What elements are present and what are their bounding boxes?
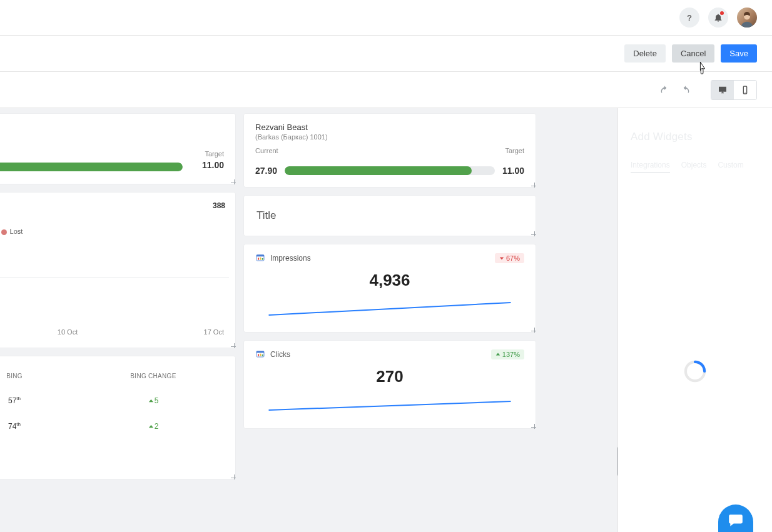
resize-handle-icon[interactable] <box>530 230 536 236</box>
add-widgets-title: Add Widgets <box>631 131 759 143</box>
x-tick: 10 Oct <box>58 328 78 336</box>
left-column: I) Target 11.00 Links 388 New Lost <box>0 114 235 488</box>
avatar-person-icon <box>738 10 756 28</box>
google-search-console-icon <box>255 349 265 359</box>
desktop-icon <box>718 85 728 95</box>
undo-icon[interactable] <box>659 85 669 95</box>
undo-redo-group <box>659 85 691 95</box>
resize-handle-icon[interactable] <box>530 181 536 188</box>
svg-rect-5 <box>258 258 259 259</box>
gauge-left-target-value: 11.00 <box>202 160 224 170</box>
chat-icon <box>728 512 744 528</box>
help-icon[interactable]: ? <box>679 8 699 28</box>
editor-toolbar <box>0 72 772 108</box>
gauge-left-target-label: Target <box>205 150 224 158</box>
resize-handle-icon[interactable] <box>230 178 236 184</box>
dashboard-canvas[interactable]: I) Target 11.00 Links 388 New Lost <box>0 108 617 532</box>
clicks-widget[interactable]: Clicks 137% 270 <box>244 341 536 428</box>
device-toggle <box>711 80 757 100</box>
th-bing: BING <box>0 373 84 379</box>
progress-bar <box>0 163 183 171</box>
top-header: ? <box>0 0 772 36</box>
triangle-up-icon <box>495 352 500 357</box>
help-glyph: ? <box>687 13 692 23</box>
delete-button[interactable]: Delete <box>624 44 666 63</box>
clicks-label: Clicks <box>270 350 290 359</box>
impressions-label: Impressions <box>270 254 311 263</box>
impressions-value: 4,936 <box>255 271 524 290</box>
svg-rect-4 <box>256 255 264 257</box>
resize-handle-icon[interactable] <box>230 342 236 348</box>
tab-custom[interactable]: Custom <box>718 161 743 173</box>
impressions-change-value: 67% <box>506 254 520 262</box>
redo-icon[interactable] <box>681 85 691 95</box>
svg-rect-11 <box>258 354 259 356</box>
action-bar: Delete Cancel Save <box>0 36 772 72</box>
right-column: Rezvani Beast (Barkas (Баркас) 1001) Cur… <box>244 114 536 437</box>
avatar[interactable] <box>737 8 757 28</box>
links-x-axis: 26 Sep 3 Oct 10 Oct 17 Oct <box>0 328 229 336</box>
editor-body: I) Target 11.00 Links 388 New Lost <box>0 108 772 532</box>
loading-spinner-icon <box>682 358 708 384</box>
th-bing-change: BING CHANGE <box>84 373 223 379</box>
resize-handle-icon[interactable] <box>530 326 536 333</box>
clicks-change-value: 137% <box>502 351 520 358</box>
x-tick: 17 Oct <box>204 328 224 336</box>
clicks-value: 270 <box>255 367 524 386</box>
table-row[interactable]: 91st857th5 <box>0 396 223 405</box>
add-widgets-panel: Add Widgets Integrations Objects Custom <box>617 108 772 532</box>
svg-rect-13 <box>262 354 263 356</box>
gauge-target-label: Target <box>505 147 524 154</box>
progress-bar <box>285 166 495 175</box>
title-widget-text: Title <box>256 209 277 221</box>
rankings-table-widget[interactable]: OOGLE GOOGLE CHANGE BING BING CHANGE 91s… <box>0 356 235 479</box>
impressions-change-badge: 67% <box>495 253 524 263</box>
gauge-subtitle: (Barkas (Баркас) 1001) <box>255 133 524 141</box>
chart-midline <box>0 278 229 278</box>
gauge-target-value: 11.00 <box>502 166 524 176</box>
mobile-view-button[interactable] <box>734 81 756 99</box>
table-row[interactable]: 23rd1874th2 <box>0 421 223 431</box>
add-widgets-tabs: Integrations Objects Custom <box>631 161 759 173</box>
impressions-sparkline <box>255 299 524 319</box>
svg-line-14 <box>269 401 511 410</box>
svg-rect-6 <box>260 258 261 260</box>
bing-rank: 74th <box>0 421 84 431</box>
save-button[interactable]: Save <box>721 44 757 63</box>
svg-line-8 <box>269 303 511 315</box>
triangle-down-icon <box>499 256 504 261</box>
mobile-icon <box>740 85 750 95</box>
svg-rect-10 <box>256 351 264 353</box>
google-search-console-icon <box>255 253 265 263</box>
gauge-widget-left[interactable]: I) Target 11.00 <box>0 114 235 184</box>
notifications-icon[interactable] <box>708 8 728 28</box>
cancel-button[interactable]: Cancel <box>672 44 714 63</box>
svg-rect-7 <box>262 258 263 260</box>
gauge-title: Rezvani Beast <box>255 123 524 132</box>
gauge-current-label: Current <box>255 147 278 154</box>
title-widget[interactable]: Title <box>244 196 536 236</box>
table-header: OOGLE GOOGLE CHANGE BING BING CHANGE <box>0 373 223 379</box>
desktop-view-button[interactable] <box>711 81 734 99</box>
svg-rect-12 <box>260 354 261 356</box>
links-legend: New Lost <box>0 228 229 235</box>
gauge-current-value: 27.90 <box>255 166 277 176</box>
clicks-sparkline <box>255 395 524 416</box>
svg-point-2 <box>744 92 745 93</box>
impressions-widget[interactable]: Impressions 67% 4,936 <box>244 244 536 332</box>
gauge-widget-right[interactable]: Rezvani Beast (Barkas (Баркас) 1001) Cur… <box>244 114 536 187</box>
links-chart-widget[interactable]: Links 388 New Lost 26 Sep 3 Oct 10 Oct 1… <box>0 193 235 348</box>
links-bars-area <box>0 240 229 324</box>
legend-lost-label: Lost <box>10 228 23 235</box>
tab-objects[interactable]: Objects <box>681 161 707 173</box>
bing-change: 2 <box>84 422 223 431</box>
clicks-change-badge: 137% <box>491 349 524 359</box>
bing-rank: 57th <box>0 396 84 405</box>
resize-handle-icon[interactable] <box>230 473 236 479</box>
bing-change: 5 <box>84 396 223 405</box>
resize-handle-icon[interactable] <box>530 423 536 429</box>
links-total: 388 <box>213 201 225 210</box>
notification-dot-icon <box>720 11 724 15</box>
tab-integrations[interactable]: Integrations <box>631 161 670 173</box>
legend-dot-lost-icon <box>1 229 7 235</box>
